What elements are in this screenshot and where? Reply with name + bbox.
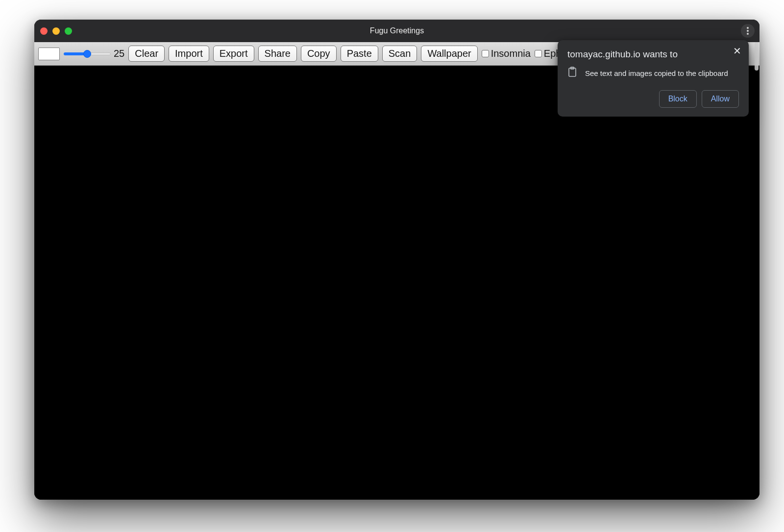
window-controls [40,27,72,35]
clipboard-icon [567,67,578,79]
paste-button[interactable]: Paste [341,46,378,62]
wallpaper-button[interactable]: Wallpaper [421,46,477,62]
insomnia-checkbox[interactable] [482,50,489,57]
share-button[interactable]: Share [258,46,297,62]
import-button[interactable]: Import [169,46,209,62]
ephemeral-checkbox[interactable] [535,50,542,57]
block-button[interactable]: Block [659,90,697,108]
brush-size-control: 25 [64,48,124,59]
minimize-window-button[interactable] [52,27,60,35]
kebab-menu-button[interactable] [741,24,755,38]
svg-point-0 [747,27,749,29]
close-window-button[interactable] [40,27,48,35]
allow-button[interactable]: Allow [702,90,739,108]
color-swatch[interactable] [38,48,60,60]
brush-size-slider[interactable] [64,49,111,59]
permission-request-text: See text and images copied to the clipbo… [585,69,728,77]
svg-point-2 [747,33,749,35]
close-icon: ✕ [733,46,741,56]
insomnia-toggle[interactable]: Insomnia [482,48,531,59]
insomnia-label: Insomnia [491,48,531,59]
permission-prompt: ✕ tomayac.github.io wants to See text an… [558,40,749,117]
permission-request-row: See text and images copied to the clipbo… [567,67,739,79]
zoom-window-button[interactable] [65,27,72,35]
permission-title: tomayac.github.io wants to [567,49,739,60]
drawing-canvas[interactable] [34,66,760,500]
permission-origin: tomayac.github.io [567,49,640,59]
kebab-menu-icon [747,27,749,35]
svg-point-1 [747,30,749,32]
slider-thumb[interactable] [83,50,91,58]
scrollbar-thumb[interactable] [755,42,759,71]
export-button[interactable]: Export [213,46,254,62]
permission-actions: Block Allow [567,90,739,108]
permission-close-button[interactable]: ✕ [731,45,743,57]
copy-button[interactable]: Copy [301,46,337,62]
titlebar: Fugu Greetings [34,20,760,42]
scan-button[interactable]: Scan [382,46,417,62]
clear-button[interactable]: Clear [128,46,165,62]
window-title: Fugu Greetings [34,26,760,35]
brush-size-value: 25 [114,48,124,59]
